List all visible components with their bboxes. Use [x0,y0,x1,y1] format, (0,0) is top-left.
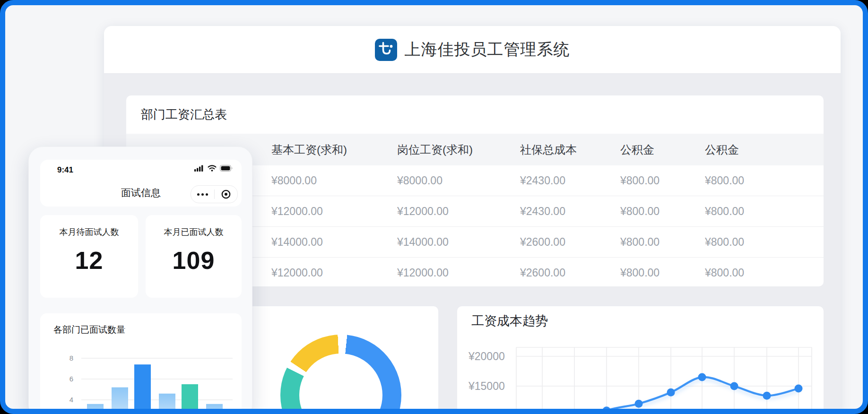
window-header: 上海佳投员工管理系统 [104,26,841,74]
table-cell: ¥2430.00 [520,205,620,218]
phone-overlay: 9:41 [28,147,252,414]
trend-chart-title: 工资成本趋势 [471,312,548,329]
table-cell: ¥12000.00 [271,267,397,279]
salary-trend-card: 工资成本趋势 ¥20000¥15000¥10000 [457,306,824,414]
column-header: 基本工资(求和) [271,142,397,157]
axis-tick-label: ¥10000 [469,409,503,414]
axis-tick-label: 8 [54,354,73,363]
stat-label: 本月已面试人数 [146,226,242,238]
axis-tick-label: 4 [54,395,73,405]
phone-header-card: 9:41 [40,160,242,207]
table-cell: ¥8000.00 [397,174,520,187]
stat-value: 12 [40,246,138,275]
wifi-icon [208,165,217,173]
data-point [667,388,675,397]
axis-tick-label: ¥15000 [469,380,503,393]
axis-tick-label: ¥20000 [469,350,503,363]
table-cell: ¥800.00 [620,174,705,187]
miniprogram-capsule [191,185,238,203]
stat-value: 109 [146,246,242,275]
more-dots-icon [206,193,208,196]
table-cell: ¥12000.00 [397,205,520,218]
table-cell: ¥800.00 [705,205,824,218]
home-target-icon [221,189,231,199]
table-cell: ¥2600.00 [520,236,620,249]
page-title: 上海佳投员工管理系统 [405,39,570,60]
table-cell: ¥800.00 [705,236,824,249]
table-cell: ¥800.00 [705,174,824,187]
table-cell: ¥800.00 [620,205,705,218]
pending-interviews-card: 本月待面试人数 12 [40,215,138,298]
bar [112,388,128,414]
table-cell: ¥12000.00 [397,267,520,279]
stat-label: 本月待面试人数 [40,226,138,238]
table-cell: ¥14000.00 [397,236,520,249]
bar-chart-title: 各部门已面试数量 [53,324,125,336]
signal-icon [194,165,204,173]
table-cell: ¥2430.00 [520,174,620,187]
status-time: 9:41 [57,165,73,175]
home-button[interactable] [215,186,238,203]
axis-tick-label: 6 [54,374,73,384]
data-point [698,373,706,381]
data-point [603,406,611,414]
table-cell: ¥800.00 [620,236,705,249]
table-cell: ¥12000.00 [271,205,397,218]
table-cell: ¥8000.00 [271,174,397,187]
bar [182,384,198,414]
battery-icon [220,165,233,173]
data-point [763,392,771,400]
table-cell: ¥2600.00 [520,267,620,279]
data-point [730,382,738,390]
bar [87,404,104,414]
interview-bar-chart-card: 各部门已面试数量 864 [40,313,242,414]
bar [206,404,223,414]
salary-table-title: 部门工资汇总表 [141,95,227,134]
column-header: 社保总成本 [520,142,620,157]
status-icons [194,165,233,173]
more-button[interactable] [191,186,214,203]
table-cell: ¥800.00 [705,267,824,279]
column-header: 岗位工资(求和) [397,142,520,157]
table-cell: ¥14000.00 [271,236,397,249]
app-logo-icon [375,39,397,61]
column-header: 公积金 [705,142,824,157]
more-dots-icon [201,193,204,196]
device-frame: 上海佳投员工管理系统 部门工资汇总表 基本工资(求和)岗位工资(求和)社保总成本… [0,0,868,414]
completed-interviews-card: 本月已面试人数 109 [146,215,242,298]
column-header: 公积金 [620,142,705,157]
table-cell: ¥800.00 [620,267,705,279]
data-point [635,400,643,408]
bar [159,394,175,414]
more-dots-icon [197,193,200,196]
bar [134,364,151,414]
data-point [795,385,803,393]
